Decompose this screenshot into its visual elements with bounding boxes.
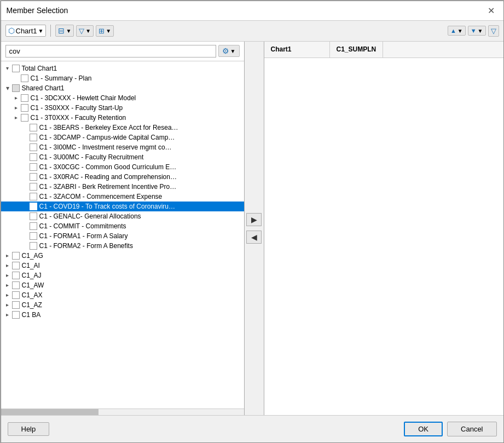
item-label-c1-genalc: C1 - GENALC- General Allocations — [39, 212, 141, 220]
item-label-c1-3x0cgc: C1 - 3X0CGC - Common Good Curriculum E… — [39, 163, 177, 171]
checkbox-total[interactable] — [12, 65, 20, 72]
checkbox-c1-3x0rac[interactable] — [30, 173, 37, 181]
up-button[interactable]: ▲ ▼ — [448, 26, 466, 36]
item-label-c1-3dcxxx: C1 - 3DCXXX - Hewlett Chair Model — [31, 94, 136, 102]
checkbox-c1-ba[interactable] — [12, 311, 20, 319]
checkbox-c1-genalc[interactable] — [30, 212, 37, 220]
list-view-button[interactable]: ⊟ ▼ — [55, 25, 74, 37]
checkbox-c1-aj[interactable] — [12, 272, 20, 279]
help-button[interactable]: Help — [8, 422, 50, 436]
move-left-button[interactable]: ◀ — [246, 231, 262, 244]
tree-item-c1-covd19[interactable]: C1 - COVD19 - To Track costs of Coronavi… — [1, 202, 244, 211]
tree-item-c1-ag[interactable]: C1_AG — [1, 251, 244, 261]
expand-icon-c1-3zacom — [21, 192, 30, 201]
tree-item-c1-3i00mc[interactable]: C1 - 3I00MC - Investment reserve mgmt co… — [1, 142, 244, 152]
tree-item-c1-commit[interactable]: C1 - COMMIT - Commitments — [1, 221, 244, 231]
expand-icon-c1-az — [3, 301, 12, 309]
tree-item-c1-ba[interactable]: C1 BA — [1, 310, 244, 320]
tree-item-total[interactable]: Total Chart1 — [1, 64, 244, 73]
tree-item-c1-ai[interactable]: C1_AI — [1, 261, 244, 271]
checkbox-c1-aw[interactable] — [12, 281, 20, 289]
tree-item-c1-aw[interactable]: C1_AW — [1, 280, 244, 290]
ok-button[interactable]: OK — [404, 422, 443, 436]
checkbox-c1-forma1[interactable] — [30, 232, 37, 240]
right-col1-header: Chart1 — [264, 42, 330, 57]
tree-item-c1-3x0rac[interactable]: C1 - 3X0RAC - Reading and Comprehension… — [1, 172, 244, 182]
checkbox-c1-3zabri[interactable] — [30, 183, 37, 191]
expand-icon-c1-ag — [3, 251, 12, 260]
checkbox-c1-3bears[interactable] — [30, 124, 37, 131]
checkbox-c1-ai[interactable] — [12, 262, 20, 269]
cancel-button[interactable]: Cancel — [447, 422, 496, 436]
expand-icon-c1-3i00mc — [21, 143, 30, 152]
expand-icon-c1-summary — [12, 74, 21, 83]
item-label-c1-summary: C1 - Summary - Plan — [31, 74, 92, 82]
checkbox-c1-commit[interactable] — [30, 222, 37, 230]
member-selection-dialog: Member Selection ✕ ⬡ Chart1 ▼ ⊟ ▼ ▽ ▼ — [1, 1, 504, 443]
tree-item-shared[interactable]: ▾ Shared Chart1 — [1, 83, 244, 93]
close-button[interactable]: ✕ — [485, 4, 498, 17]
checkbox-c1-3zacom[interactable] — [30, 193, 37, 200]
item-label-c1-3i00mc: C1 - 3I00MC - Investment reserve mgmt co… — [39, 143, 172, 151]
item-label-shared: Shared Chart1 — [22, 84, 65, 92]
tree-horizontal-scrollbar[interactable] — [1, 409, 244, 415]
tree-item-c1-forma1[interactable]: C1 - FORMA1 - Form A Salary — [1, 231, 244, 241]
tree-item-c1-3bears[interactable]: C1 - 3BEARS - Berkeley Exce Acct for Res… — [1, 123, 244, 133]
right-panel: Chart1 C1_SUMPLN — [264, 42, 503, 415]
expand-icon-c1-ba — [3, 310, 12, 319]
chart-selector[interactable]: ⬡ Chart1 ▼ — [5, 25, 47, 37]
item-label-c1-3t0xxx: C1 - 3T0XXX - Faculty Retention — [31, 114, 126, 122]
up-icon: ▲ — [450, 27, 456, 34]
grid-icon: ⊞ — [99, 27, 105, 35]
item-label-total: Total Chart1 — [22, 65, 57, 72]
tree-item-c1-aj[interactable]: C1_AJ — [1, 271, 244, 280]
tree-item-c1-forma2[interactable]: C1 - FORMA2 - Form A Benefits — [1, 241, 244, 251]
expand-icon-c1-commit — [21, 222, 30, 231]
down-button[interactable]: ▼ ▼ — [468, 26, 486, 36]
tree-item-c1-genalc[interactable]: C1 - GENALC- General Allocations — [1, 211, 244, 221]
tree-item-c1-3u00mc[interactable]: C1 - 3U00MC - Faculty Recruitment — [1, 152, 244, 162]
expand-icon-c1-3x0rac — [21, 172, 30, 181]
checkbox-shared[interactable] — [12, 84, 20, 92]
checkbox-c1-az[interactable] — [12, 301, 20, 309]
checkbox-c1-3x0cgc[interactable] — [30, 163, 37, 171]
search-execute-button[interactable]: ⚙ ▼ — [218, 45, 240, 57]
checkbox-c1-ag[interactable] — [12, 252, 20, 260]
tree-item-c1-az[interactable]: C1_AZ — [1, 300, 244, 310]
tree-item-c1-3t0xxx[interactable]: C1 - 3T0XXX - Faculty Retention — [1, 113, 244, 123]
filter-dropdown: ▼ — [85, 28, 91, 34]
down-dropdown: ▼ — [478, 28, 483, 34]
item-label-c1-3x0rac: C1 - 3X0RAC - Reading and Comprehension… — [39, 173, 177, 181]
tree-item-c1-3dcamp[interactable]: C1 - 3DCAMP - Campus-wide Capital Camp… — [1, 133, 244, 142]
filter2-button[interactable]: ▽ — [488, 25, 499, 37]
middle-arrows-panel: ▶ ◀ — [245, 42, 264, 415]
checkbox-c1-covd19[interactable] — [30, 203, 37, 210]
checkbox-c1-forma2[interactable] — [30, 242, 37, 250]
expand-icon-c1-3x0cgc — [21, 163, 30, 171]
checkbox-c1-ax[interactable] — [12, 291, 20, 299]
tree-item-c1-3dcxxx[interactable]: C1 - 3DCXXX - Hewlett Chair Model — [1, 93, 244, 103]
grid-button[interactable]: ⊞ ▼ — [96, 25, 114, 37]
checkbox-c1-3s0xxx[interactable] — [21, 104, 28, 112]
tree-area[interactable]: Total Chart1 C1 - Summary - Plan ▾ Share… — [1, 61, 244, 409]
tree-item-c1-ax[interactable]: C1_AX — [1, 290, 244, 300]
checkbox-c1-summary[interactable] — [21, 74, 28, 82]
checkbox-c1-3t0xxx[interactable] — [21, 114, 28, 122]
tree-item-c1-3s0xxx[interactable]: C1 - 3S0XXX - Faculty Start-Up — [1, 103, 244, 113]
checkbox-c1-3dcxxx[interactable] — [21, 94, 28, 102]
checkbox-c1-3dcamp[interactable] — [30, 134, 37, 141]
checkbox-c1-3u00mc[interactable] — [30, 153, 37, 161]
move-right-button[interactable]: ▶ — [246, 213, 262, 226]
grid-dropdown: ▼ — [106, 28, 111, 34]
search-input[interactable] — [5, 45, 216, 57]
expand-icon-c1-3s0xxx — [12, 103, 21, 112]
filter-button[interactable]: ▽ ▼ — [76, 25, 94, 37]
item-label-c1-forma2: C1 - FORMA2 - Form A Benefits — [39, 242, 133, 250]
tree-item-c1-3zacom[interactable]: C1 - 3ZACOM - Commencement Expense — [1, 192, 244, 202]
item-label-c1-3zacom: C1 - 3ZACOM - Commencement Expense — [39, 193, 163, 200]
tree-item-c1-summary[interactable]: C1 - Summary - Plan — [1, 73, 244, 83]
tree-item-c1-3x0cgc[interactable]: C1 - 3X0CGC - Common Good Curriculum E… — [1, 162, 244, 172]
expand-icon-c1-3bears — [21, 123, 30, 132]
checkbox-c1-3i00mc[interactable] — [30, 143, 37, 151]
tree-item-c1-3zabri[interactable]: C1 - 3ZABRI - Berk Retirement Incentive … — [1, 182, 244, 192]
